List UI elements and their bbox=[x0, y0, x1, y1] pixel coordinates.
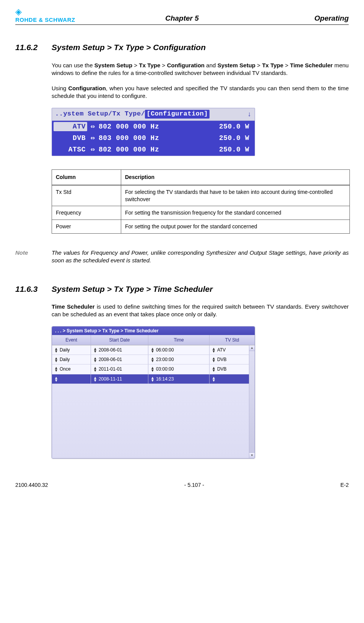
frequency-cell[interactable]: 802 000 000 Hz bbox=[99, 145, 207, 154]
scheduler-row[interactable]: ▲▼Daily▲▼2008-06-01▲▼06:00:00▲▼ATV bbox=[52, 345, 255, 355]
power-cell[interactable]: 250.0 W bbox=[207, 145, 249, 154]
brand-logo-icon: ◈ bbox=[15, 8, 96, 16]
spinner-icon[interactable]: ▲▼ bbox=[93, 357, 97, 362]
spinner-icon[interactable]: ▲▼ bbox=[212, 366, 216, 372]
spinner-icon[interactable]: ▲▼ bbox=[54, 376, 58, 382]
link-icon: ⇔ bbox=[87, 145, 99, 154]
link-icon: ⇔ bbox=[87, 122, 99, 131]
footer-center: - 5.107 - bbox=[184, 481, 204, 489]
section-2-para: Time Scheduler is used to define switchi… bbox=[52, 303, 349, 319]
time-scheduler-screenshot: . . . > System Setup > Tx Type > Time Sc… bbox=[52, 326, 255, 459]
spinner-icon[interactable]: ▲▼ bbox=[212, 347, 216, 353]
footer-right: E-2 bbox=[340, 481, 349, 489]
start-date-cell[interactable]: ▲▼2011-01-01 bbox=[91, 364, 148, 374]
event-cell[interactable]: ▲▼Daily bbox=[52, 355, 91, 364]
spinner-icon[interactable]: ▲▼ bbox=[93, 366, 97, 372]
scrollbar-vertical[interactable]: ▲ ▼ bbox=[249, 345, 255, 458]
header-tv-std[interactable]: TV Std bbox=[210, 335, 255, 345]
section-2-number: 11.6.3 bbox=[15, 284, 52, 294]
column-desc-cell: For setting the transmission frequency f… bbox=[121, 206, 350, 220]
time-cell[interactable]: ▲▼03:00:00 bbox=[148, 364, 210, 374]
config-row[interactable]: DVB⇔803 000 000 Hz250.0 W bbox=[52, 132, 255, 144]
section-2-title: System Setup > Tx Type > Time Scheduler bbox=[52, 284, 213, 294]
note-text: The values for Frequency and Power, unli… bbox=[52, 249, 349, 265]
spinner-icon[interactable]: ▲▼ bbox=[212, 357, 216, 362]
breadcrumb-current[interactable]: [Configuration] bbox=[145, 110, 210, 119]
dropdown-arrow-icon[interactable]: ↓ bbox=[247, 110, 252, 119]
event-cell[interactable]: ▲▼Daily bbox=[52, 345, 91, 355]
scheduler-row[interactable]: ▲▼▲▼2008-11-11▲▼16:14:23▲▼ bbox=[52, 374, 255, 384]
table-row: Tx StdFor selecting the TV standards tha… bbox=[52, 185, 350, 206]
section-1-title: System Setup > Tx Type > Configuration bbox=[52, 42, 206, 53]
tx-std-cell[interactable]: DVB bbox=[54, 133, 87, 143]
configuration-screenshot: ..ystem Setup/Tx Type/ [Configuration] ↓… bbox=[52, 108, 255, 156]
spinner-icon[interactable]: ▲▼ bbox=[151, 347, 154, 353]
tx-std-cell[interactable]: ATV bbox=[54, 122, 87, 131]
section-2-heading: 11.6.3 System Setup > Tx Type > Time Sch… bbox=[15, 284, 349, 294]
column-name-cell: Tx Std bbox=[52, 185, 121, 206]
header-time[interactable]: Time bbox=[148, 335, 210, 345]
config-row[interactable]: ATV⇔802 000 000 Hz250.0 W bbox=[52, 121, 255, 132]
note-label: Note bbox=[15, 249, 52, 265]
brand-logo: ◈ ROHDE & SCHWARZ bbox=[15, 8, 96, 24]
note-block: Note The values for Frequency and Power,… bbox=[15, 249, 349, 265]
header-right-label: Operating bbox=[268, 13, 349, 24]
spinner-icon[interactable]: ▲▼ bbox=[54, 347, 58, 353]
power-cell[interactable]: 250.0 W bbox=[207, 122, 249, 131]
section-1-number: 11.6.2 bbox=[15, 42, 52, 53]
section-1-para-2: Using Configuration, when you have selec… bbox=[52, 85, 349, 100]
page-header: ◈ ROHDE & SCHWARZ Chapter 5 Operating bbox=[15, 8, 349, 25]
brand-logo-text: ROHDE & SCHWARZ bbox=[15, 16, 96, 24]
start-date-cell[interactable]: ▲▼2008-11-11 bbox=[91, 374, 148, 384]
time-scheduler-titlebar: . . . > System Setup > Tx Type > Time Sc… bbox=[52, 327, 255, 335]
time-cell[interactable]: ▲▼16:14:23 bbox=[148, 374, 210, 384]
chapter-title: Chapter 5 bbox=[96, 13, 268, 24]
tv-std-cell[interactable]: ▲▼DVB bbox=[210, 364, 255, 374]
table-row: FrequencyFor setting the transmission fr… bbox=[52, 206, 350, 220]
time-scheduler-body: ▲▼Daily▲▼2008-06-01▲▼06:00:00▲▼ATV▲▼Dail… bbox=[52, 345, 255, 458]
power-cell[interactable]: 250.0 W bbox=[207, 133, 249, 143]
tv-std-cell[interactable]: ▲▼ bbox=[210, 374, 255, 384]
scheduler-row[interactable]: ▲▼Daily▲▼2008-06-01▲▼23:00:00▲▼DVB bbox=[52, 355, 255, 364]
start-date-cell[interactable]: ▲▼2008-06-01 bbox=[91, 345, 148, 355]
column-name-cell: Power bbox=[52, 220, 121, 234]
column-name-cell: Frequency bbox=[52, 206, 121, 220]
spinner-icon[interactable]: ▲▼ bbox=[212, 376, 216, 382]
frequency-cell[interactable]: 803 000 000 Hz bbox=[99, 133, 207, 143]
link-icon: ⇔ bbox=[87, 133, 99, 143]
header-event[interactable]: Event bbox=[52, 335, 91, 345]
configuration-breadcrumb: ..ystem Setup/Tx Type/ [Configuration] ↓ bbox=[52, 108, 255, 121]
start-date-cell[interactable]: ▲▼2008-06-01 bbox=[91, 355, 148, 364]
spinner-icon[interactable]: ▲▼ bbox=[54, 357, 58, 362]
column-desc-cell: For setting the output power for the sta… bbox=[121, 220, 350, 234]
spinner-icon[interactable]: ▲▼ bbox=[93, 376, 97, 382]
time-cell[interactable]: ▲▼23:00:00 bbox=[148, 355, 210, 364]
frequency-cell[interactable]: 802 000 000 Hz bbox=[99, 122, 207, 131]
header-start-date[interactable]: Start Date bbox=[91, 335, 148, 345]
spinner-icon[interactable]: ▲▼ bbox=[151, 357, 154, 362]
scheduler-row[interactable]: ▲▼Once▲▼2011-01-01▲▼03:00:00▲▼DVB bbox=[52, 364, 255, 374]
scroll-up-icon[interactable]: ▲ bbox=[249, 345, 255, 351]
config-row[interactable]: ATSC⇔802 000 000 Hz250.0 W bbox=[52, 144, 255, 155]
section-1-para-1: You can use the System Setup > Tx Type >… bbox=[52, 62, 349, 77]
tx-std-cell[interactable]: ATSC bbox=[54, 145, 87, 154]
time-cell[interactable]: ▲▼06:00:00 bbox=[148, 345, 210, 355]
spinner-icon[interactable]: ▲▼ bbox=[93, 347, 97, 353]
time-scheduler-header-row: Event Start Date Time TV Std bbox=[52, 335, 255, 345]
spinner-icon[interactable]: ▲▼ bbox=[151, 376, 154, 382]
page-footer: 2100.4400.32 - 5.107 - E-2 bbox=[15, 481, 349, 489]
spinner-icon[interactable]: ▲▼ bbox=[151, 366, 154, 372]
event-cell[interactable]: ▲▼Once bbox=[52, 364, 91, 374]
column-desc-cell: For selecting the TV standards that have… bbox=[121, 185, 350, 206]
scroll-down-icon[interactable]: ▼ bbox=[249, 452, 255, 458]
table-header-column: Column bbox=[52, 169, 121, 185]
footer-left: 2100.4400.32 bbox=[15, 481, 48, 489]
tv-std-cell[interactable]: ▲▼ATV bbox=[210, 345, 255, 355]
column-description-table: Column Description Tx StdFor selecting t… bbox=[52, 169, 350, 234]
spinner-icon[interactable]: ▲▼ bbox=[54, 366, 58, 372]
tv-std-cell[interactable]: ▲▼DVB bbox=[210, 355, 255, 364]
breadcrumb-path: ..ystem Setup/Tx Type/ bbox=[55, 110, 145, 119]
table-header-description: Description bbox=[121, 169, 350, 185]
table-row: PowerFor setting the output power for th… bbox=[52, 220, 350, 234]
event-cell[interactable]: ▲▼ bbox=[52, 374, 91, 384]
